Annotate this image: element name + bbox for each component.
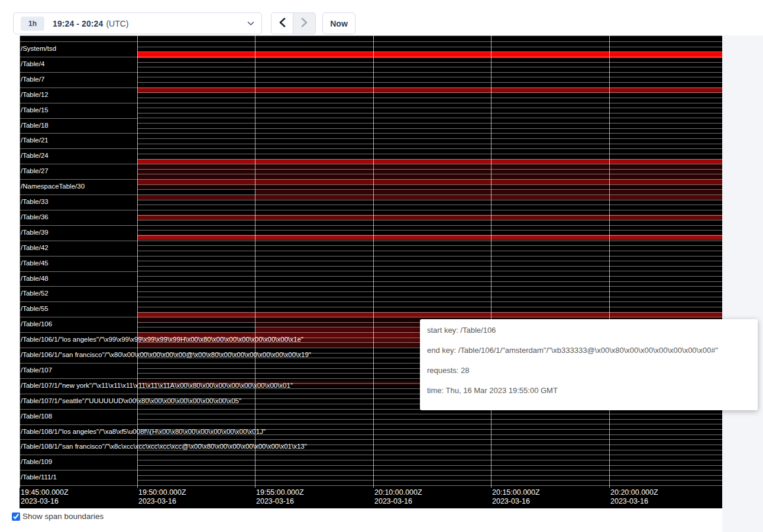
tick-date: 2023-03-16 <box>374 497 422 506</box>
tooltip-start-key: start key: /Table/106 <box>427 326 758 335</box>
span-label: /Table/52 <box>21 290 49 297</box>
key-visualizer-page: 1h 19:24 - 20:24 (UTC) Now /System/tsd/T… <box>0 0 763 532</box>
chevron-down-icon <box>247 21 254 26</box>
tick-time: 20:15:00.000Z <box>492 488 540 497</box>
timezone-label: (UTC) <box>106 19 128 28</box>
tick-time: 19:55:00.000Z <box>256 488 304 497</box>
keyviz-chart[interactable]: /System/tsd/Table/4/Table/7/Table/12/Tab… <box>20 35 722 508</box>
time-axis-tick: 19:55:00.000Z2023-03-16 <box>256 488 304 506</box>
tick-date: 2023-03-16 <box>610 497 658 506</box>
tick-time: 19:45:00.000Z <box>21 488 69 497</box>
span-label: /Table/36 <box>21 213 49 221</box>
tooltip-time: time: Thu, 16 Mar 2023 19:55:00 GMT <box>427 387 758 395</box>
span-label: /Table/12 <box>21 91 49 99</box>
span-label: /Table/107/1/"new york"/"\x11\x11\x11\x1… <box>21 382 293 390</box>
span-label: /Table/106 <box>21 320 52 328</box>
show-span-boundaries-checkbox[interactable] <box>12 512 20 521</box>
time-gridline <box>491 35 492 488</box>
time-axis-tick: 19:45:00.000Z2023-03-16 <box>21 488 69 506</box>
time-window-select[interactable]: 1h 19:24 - 20:24 (UTC) <box>13 12 262 34</box>
tick-time: 20:20:00.000Z <box>610 488 658 497</box>
span-label: /Table/48 <box>21 275 49 283</box>
chevron-left-icon <box>279 18 286 29</box>
span-label: /Table/45 <box>21 259 49 267</box>
time-axis-tick: 19:50:00.000Z2023-03-16 <box>138 488 186 506</box>
span-label: /Table/108/1/"los angeles"/"\xa8\xf5\u00… <box>21 428 266 436</box>
span-boundary-lines <box>137 41 722 488</box>
next-window-button[interactable] <box>293 12 316 34</box>
span-label: /Table/33 <box>21 198 49 206</box>
time-gridline <box>20 35 20 488</box>
chevron-right-icon <box>301 18 308 29</box>
span-label: /Table/18 <box>21 122 49 129</box>
span-label: /Table/108 <box>21 413 52 420</box>
show-span-boundaries-label: Show span boundaries <box>22 512 104 521</box>
span-label: /Table/21 <box>21 137 49 144</box>
time-nav-group <box>271 12 316 34</box>
tooltip-requests: requests: 28 <box>427 366 758 375</box>
span-label: /Table/27 <box>21 167 49 175</box>
time-axis-tick: 20:15:00.000Z2023-03-16 <box>492 488 540 506</box>
show-span-boundaries-control: Show span boundaries <box>12 512 104 521</box>
tooltip-end-key: end key: /Table/106/1/"amsterdam"/"\xb33… <box>427 346 758 355</box>
tick-date: 2023-03-16 <box>138 497 186 506</box>
duration-badge: 1h <box>21 17 44 31</box>
tick-time: 19:50:00.000Z <box>138 488 186 497</box>
now-button[interactable]: Now <box>322 12 355 34</box>
time-axis-tick: 20:10:00.000Z2023-03-16 <box>374 488 422 506</box>
span-label: /Table/107/1/"seattle"/"UUUUUUD\x00\x80\… <box>21 397 241 405</box>
time-gridline <box>255 35 256 488</box>
page-background-strip <box>722 35 763 532</box>
span-label: /Table/106/1/"los angeles"/"\x99\x99\x99… <box>21 336 303 343</box>
time-gridline <box>137 35 138 488</box>
previous-window-button[interactable] <box>271 12 293 34</box>
span-tooltip: start key: /Table/106 end key: /Table/10… <box>420 319 758 410</box>
time-range-label: 19:24 - 20:24 <box>53 19 103 28</box>
span-label: /Table/111/1 <box>21 473 57 481</box>
span-label: /Table/108/1/"san francisco"/"\x8c\xcc\x… <box>21 443 307 450</box>
tick-date: 2023-03-16 <box>492 497 540 506</box>
span-label: /Table/39 <box>21 229 49 236</box>
time-axis-tick: 20:20:00.000Z2023-03-16 <box>610 488 658 506</box>
time-gridline <box>609 35 610 488</box>
span-label: /Table/106/1/"san francisco"/"\x80\x00\x… <box>21 351 311 359</box>
span-label: /Table/107 <box>21 366 52 374</box>
span-label: /Table/4 <box>21 60 44 68</box>
span-label: /NamespaceTable/30 <box>21 183 85 190</box>
span-label: /Table/24 <box>21 152 49 160</box>
chart-top-boundary-line <box>20 35 722 36</box>
time-gridline <box>373 35 374 488</box>
tick-time: 20:10:00.000Z <box>374 488 422 497</box>
tick-date: 2023-03-16 <box>256 497 304 506</box>
span-label: /Table/55 <box>21 305 49 313</box>
span-label: /Table/15 <box>21 106 49 114</box>
span-label: /System/tsd <box>21 45 56 53</box>
span-label: /Table/42 <box>21 244 49 252</box>
tick-date: 2023-03-16 <box>21 497 69 506</box>
span-label: /Table/7 <box>21 76 44 83</box>
span-label: /Table/109 <box>21 458 52 466</box>
